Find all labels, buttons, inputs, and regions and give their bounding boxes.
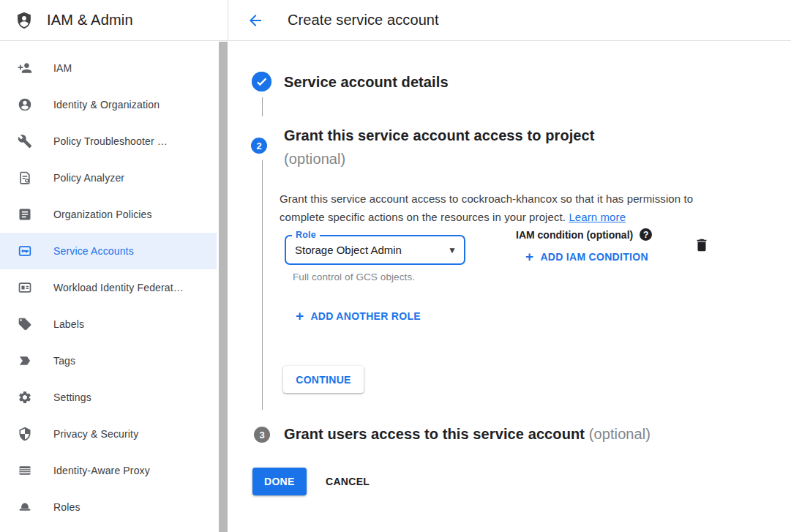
gcp-console-window: IAM & Admin Create service account IAM I… (0, 0, 791, 532)
role-selected-value: Storage Object Admin (295, 244, 448, 256)
step2-number: 2 (256, 141, 261, 151)
iam-condition-header: IAM condition (optional) ? (516, 228, 652, 241)
product-header: IAM & Admin (0, 0, 228, 40)
role-helper-text: Full control of GCS objects. (293, 271, 415, 282)
sidebar-item-identity-organization[interactable]: Identity & Organization (0, 86, 217, 123)
step3-number: 3 (259, 430, 264, 441)
sidebar-item-policy-analyzer[interactable]: Policy Analyzer (0, 160, 217, 196)
step2-description-text: Grant this service account access to coc… (280, 192, 693, 223)
iam-condition-label: IAM condition (optional) (516, 229, 633, 241)
back-arrow-icon[interactable] (247, 12, 264, 29)
sidebar-item-labels[interactable]: Labels (0, 306, 217, 342)
bowler-hat-icon (18, 500, 32, 514)
stepper-connector (262, 160, 263, 410)
app-bar: IAM & Admin Create service account (0, 0, 791, 41)
step2-title: Grant this service account access to pro… (284, 124, 595, 171)
help-icon[interactable]: ? (640, 228, 652, 241)
sidebar-item-tags[interactable]: Tags (0, 342, 217, 379)
main-content: Service account details 2 Grant this ser… (228, 41, 791, 532)
add-another-role-label: ADD ANOTHER ROLE (310, 310, 421, 322)
sidebar: IAM Identity & Organization Policy Troub… (0, 41, 228, 532)
plus-icon: + (296, 309, 304, 323)
add-iam-condition-label: ADD IAM CONDITION (540, 251, 648, 263)
product-title: IAM & Admin (47, 12, 133, 29)
step1-check-icon (252, 72, 271, 91)
sidebar-item-iam[interactable]: IAM (0, 50, 217, 86)
add-another-role-button[interactable]: + ADD ANOTHER ROLE (296, 309, 421, 323)
article-icon (18, 207, 32, 222)
iam-admin-shield-icon (15, 11, 34, 30)
sidebar-item-service-accounts[interactable]: Service Accounts (0, 233, 217, 269)
striped-card-icon (18, 463, 32, 478)
step3-optional-label: (optional) (589, 426, 651, 442)
shield-icon (18, 427, 32, 441)
sidebar-item-privacy-security[interactable]: Privacy & Security (0, 416, 217, 452)
step2-description: Grant this service account access to coc… (280, 190, 719, 226)
step2-title-text: Grant this service account access to pro… (284, 124, 595, 147)
sidebar-item-identity-aware-proxy[interactable]: Identity-Aware Proxy (0, 452, 217, 489)
gear-icon (18, 390, 32, 405)
sidebar-item-roles[interactable]: Roles (0, 489, 217, 525)
role-field-label: Role (292, 230, 320, 240)
step2-number-badge: 2 (251, 138, 267, 154)
step3-title: Grant users access to this service accou… (284, 426, 651, 443)
step3-number-badge: 3 (254, 427, 270, 443)
page-title: Create service account (288, 12, 439, 29)
sidebar-item-organization-policies[interactable]: Organization Policies (0, 196, 217, 233)
delete-role-icon[interactable] (694, 237, 710, 253)
role-select[interactable]: Role Storage Object Admin ▼ (285, 235, 465, 265)
badge-card-icon (18, 280, 32, 295)
plus-icon: + (525, 250, 533, 263)
sidebar-item-settings[interactable]: Settings (0, 379, 217, 416)
account-circle-icon (18, 97, 32, 112)
label-important-icon (18, 353, 32, 368)
policy-doc-icon (18, 171, 32, 185)
step3-title-text: Grant users access to this service accou… (284, 426, 585, 442)
sidebar-item-workload-identity-federat[interactable]: Workload Identity Federat… (0, 269, 217, 306)
sidebar-item-policy-troubleshooter[interactable]: Policy Troubleshooter … (0, 123, 217, 160)
step2-optional-label: (optional) (284, 147, 595, 171)
step1-title: Service account details (284, 74, 449, 91)
page-header: Create service account (228, 0, 791, 40)
service-account-key-icon (18, 244, 32, 258)
person-add-icon (18, 61, 32, 75)
dropdown-arrow-icon: ▼ (448, 245, 457, 255)
cancel-button[interactable]: CANCEL (314, 468, 381, 495)
stepper-connector (262, 97, 263, 116)
label-tag-icon (18, 317, 32, 331)
wrench-icon (18, 134, 32, 149)
done-button[interactable]: DONE (252, 468, 307, 495)
learn-more-link[interactable]: Learn more (569, 211, 626, 223)
sidebar-scrollbar[interactable] (219, 42, 228, 532)
continue-button[interactable]: CONTINUE (283, 366, 364, 393)
add-iam-condition-button[interactable]: + ADD IAM CONDITION (525, 250, 648, 263)
